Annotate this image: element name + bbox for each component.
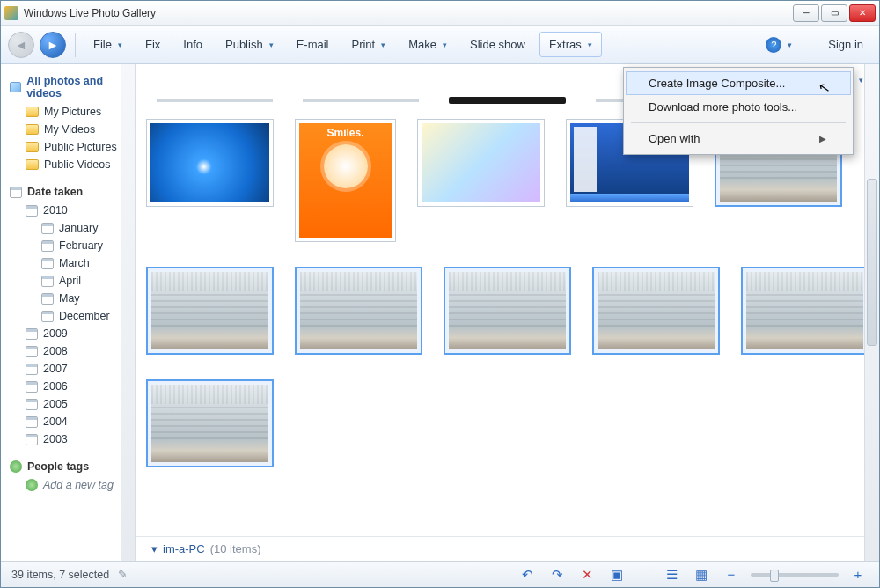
thumbnail-selected[interactable] <box>146 379 274 467</box>
fix-menu[interactable]: Fix <box>136 33 169 56</box>
window-title: Windows Live Photo Gallery <box>24 7 791 19</box>
thumbnail-selected[interactable] <box>592 267 720 355</box>
calendar-icon <box>41 240 54 252</box>
folder-icon <box>26 124 39 135</box>
thumbnail[interactable] <box>146 119 274 207</box>
thumb-row <box>146 267 869 355</box>
thumbnail[interactable] <box>295 119 396 242</box>
toolbar-separator <box>810 33 810 57</box>
sidebar-month[interactable]: February <box>4 237 131 254</box>
sidebar-year[interactable]: 2008 <box>4 342 131 360</box>
sidebar-public-videos[interactable]: Public Videos <box>4 156 131 173</box>
folder-icon <box>26 159 39 170</box>
calendar-icon <box>26 364 38 375</box>
sidebar-year[interactable]: 2004 <box>4 413 131 430</box>
calendar-icon <box>26 416 38 428</box>
app-icon <box>4 6 18 20</box>
calendar-icon <box>26 205 38 217</box>
sidebar-year[interactable]: 2006 <box>4 378 131 395</box>
signin-button[interactable]: Sign in <box>819 33 872 56</box>
calendar-icon <box>26 381 38 393</box>
slideshow-button[interactable]: ▣ <box>606 566 627 584</box>
track-active <box>449 97 565 104</box>
sidebar: All photos and videos My Pictures My Vid… <box>1 64 136 561</box>
main-scrollbar[interactable] <box>864 64 879 561</box>
zoom-slider[interactable] <box>751 573 839 577</box>
calendar-icon <box>10 187 22 198</box>
zoom-out-button[interactable]: − <box>721 566 742 584</box>
sidebar-year[interactable]: 2007 <box>4 360 131 378</box>
calendar-icon <box>26 346 38 357</box>
thumbnail-selected[interactable] <box>146 267 274 355</box>
calendar-icon <box>41 223 54 234</box>
thumbnail-selected[interactable] <box>295 267 422 355</box>
extras-menu[interactable]: Extras <box>539 32 602 57</box>
zoom-in-button[interactable]: + <box>847 566 869 584</box>
email-menu[interactable]: E-mail <box>288 33 338 56</box>
sidebar-my-pictures[interactable]: My Pictures <box>4 103 131 121</box>
calendar-icon <box>26 434 38 445</box>
details-view-button[interactable]: ☰ <box>661 566 682 584</box>
collapse-icon: ▾ <box>151 542 158 555</box>
calendar-icon <box>41 258 54 269</box>
calendar-icon <box>41 276 54 287</box>
sidebar-year-2010[interactable]: 2010 <box>4 202 131 219</box>
titlebar: Windows Live Photo Gallery ─ ▭ ✕ <box>1 1 879 26</box>
group-name: im-a-PC <box>163 542 205 555</box>
track <box>303 99 419 102</box>
help-icon: ? <box>766 37 781 53</box>
sidebar-year[interactable]: 2005 <box>4 395 131 413</box>
group-count: (10 items) <box>210 542 261 555</box>
window-controls: ─ ▭ ✕ <box>791 4 876 22</box>
menu-open-with[interactable]: Open with▶ <box>626 127 851 151</box>
toolbar-separator <box>75 33 76 57</box>
filter-dropdown[interactable] <box>856 73 863 85</box>
sidebar-public-pictures[interactable]: Public Pictures <box>4 138 131 156</box>
sidebar-month[interactable]: March <box>4 254 131 272</box>
thumbnail[interactable] <box>417 119 545 207</box>
menu-download-tools[interactable]: Download more photo tools... <box>626 95 851 119</box>
sidebar-month[interactable]: April <box>4 272 131 290</box>
sidebar-month[interactable]: January <box>4 219 131 237</box>
sidebar-people-tags[interactable]: People tags <box>4 457 131 476</box>
group-header[interactable]: ▾ im-a-PC (10 items) <box>136 536 879 561</box>
sidebar-scrollbar[interactable] <box>121 64 135 561</box>
nav-forward-button[interactable]: ► <box>40 32 66 58</box>
thumbnail-selected[interactable] <box>741 267 869 355</box>
delete-button[interactable]: ✕ <box>576 566 598 584</box>
rotate-left-button[interactable]: ↶ <box>517 566 538 584</box>
thumbnail-area <box>136 108 879 536</box>
status-bar: 39 items, 7 selected ✎ ↶ ↷ ✕ ▣ ☰ ▦ − + <box>1 561 879 587</box>
track <box>157 99 273 102</box>
publish-menu[interactable]: Publish <box>216 33 282 56</box>
person-icon <box>10 460 22 473</box>
thumbnails-view-button[interactable]: ▦ <box>691 566 712 584</box>
edit-status-icon: ✎ <box>118 568 128 581</box>
sidebar-year[interactable]: 2003 <box>4 430 131 448</box>
scrollbar-thumb[interactable] <box>867 179 877 346</box>
print-menu[interactable]: Print <box>342 33 394 56</box>
make-menu[interactable]: Make <box>400 33 456 56</box>
sidebar-all-photos[interactable]: All photos and videos <box>4 71 131 103</box>
rotate-right-button[interactable]: ↷ <box>546 566 568 584</box>
nav-back-button[interactable]: ◄ <box>8 32 34 58</box>
minimize-button[interactable]: ─ <box>793 4 819 22</box>
thumbnail-selected[interactable] <box>444 267 571 355</box>
file-menu[interactable]: File <box>84 33 131 56</box>
info-menu[interactable]: Info <box>174 33 211 56</box>
maximize-button[interactable]: ▭ <box>821 4 847 22</box>
sidebar-my-videos[interactable]: My Videos <box>4 121 131 138</box>
sidebar-month[interactable]: December <box>4 307 131 325</box>
calendar-icon <box>41 293 54 305</box>
sidebar-date-taken[interactable]: Date taken <box>4 182 131 202</box>
sidebar-add-tag[interactable]: Add a new tag <box>4 476 131 494</box>
help-menu[interactable]: ? <box>757 32 801 58</box>
close-button[interactable]: ✕ <box>849 4 876 22</box>
photos-icon <box>10 82 21 92</box>
slideshow-menu[interactable]: Slide show <box>461 33 534 56</box>
calendar-icon <box>26 399 38 410</box>
sidebar-year[interactable]: 2009 <box>4 325 131 342</box>
sidebar-month[interactable]: May <box>4 290 131 307</box>
folder-icon <box>26 142 39 152</box>
person-add-icon <box>26 479 38 491</box>
